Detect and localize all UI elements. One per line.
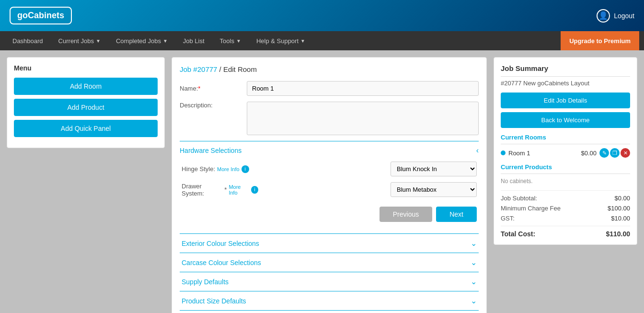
gst-label: GST: xyxy=(501,215,515,222)
header: goCabinets 👤 Logout xyxy=(0,0,644,31)
logout-label: Logout xyxy=(614,12,634,20)
carcase-chevron-icon: ⌄ xyxy=(471,258,477,267)
hardware-section: Hardware Selections ‹ Hinge Style: More … xyxy=(180,141,479,233)
nav-completed-jobs[interactable]: Completed Jobs ▼ xyxy=(108,31,175,50)
total-label: Total Cost: xyxy=(501,230,535,238)
hinge-label: Hinge Style: More Info i xyxy=(182,165,258,173)
total-value: $110.00 xyxy=(606,230,630,238)
breadcrumb-job[interactable]: Job #20777 xyxy=(180,65,217,73)
no-cabinets-label: No cabinets. xyxy=(501,178,630,185)
carcase-colour-section[interactable]: Carcase Colour Selections ⌄ xyxy=(180,253,479,272)
subtotal-row: Job Subtotal: $0.00 xyxy=(501,195,630,202)
product-size-title: Product Size Defaults xyxy=(182,297,246,305)
room-copy-button[interactable]: ❐ xyxy=(610,148,620,158)
room-edit-button[interactable]: ✎ xyxy=(599,148,609,158)
drawer-select[interactable]: Blum Metabox xyxy=(391,182,477,197)
panel-title: Job #20777 / Edit Room xyxy=(180,65,479,73)
previous-button[interactable]: Previous xyxy=(380,207,432,222)
current-rooms-title: Current Rooms xyxy=(501,134,630,144)
nav-buttons-row: Previous Next xyxy=(180,203,479,229)
description-input[interactable] xyxy=(247,102,479,135)
user-icon: 👤 xyxy=(597,9,610,23)
navbar: Dashboard Current Jobs ▼ Completed Jobs … xyxy=(0,31,644,50)
breadcrumb-page: Edit Room xyxy=(223,65,257,73)
nav-completed-jobs-label: Completed Jobs xyxy=(116,37,161,45)
chevron-down-icon: ▼ xyxy=(163,38,168,44)
room-delete-button[interactable]: ✕ xyxy=(621,148,630,158)
upgrade-button[interactable]: Upgrade to Premium xyxy=(561,31,639,50)
min-charge-row: Minimum Charge Fee $100.00 xyxy=(501,205,630,212)
breadcrumb-sep: / xyxy=(217,65,223,73)
add-room-button[interactable]: Add Room xyxy=(14,78,158,95)
right-panel: Job Summary #20777 New goCabinets Layout… xyxy=(494,57,637,245)
description-label: Description: xyxy=(180,102,247,109)
description-row: Description: xyxy=(180,102,479,135)
add-quick-panel-button[interactable]: Add Quick Panel xyxy=(14,120,158,137)
drawer-label: Drawer System:* More Info i xyxy=(182,183,258,197)
hinge-info-icon[interactable]: i xyxy=(242,165,249,173)
hardware-chevron-icon[interactable]: ‹ xyxy=(476,146,479,155)
min-charge-label: Minimum Charge Fee xyxy=(501,205,561,212)
nav-tools-label: Tools xyxy=(220,37,234,45)
sidebar: Menu Add Room Add Product Add Quick Pane… xyxy=(7,57,165,148)
job-summary-title: Job Summary xyxy=(501,64,630,77)
room-row: Room 1 $0.00 ✎ ❐ ✕ xyxy=(501,148,630,158)
next-button[interactable]: Next xyxy=(436,207,477,222)
exterior-colour-title: Exterior Colour Selections xyxy=(182,240,259,247)
chevron-down-icon: ▼ xyxy=(236,38,241,44)
edit-job-details-button[interactable]: Edit Job Details xyxy=(501,93,630,108)
logout-button[interactable]: 👤 Logout xyxy=(597,9,634,23)
job-subtitle: #20777 New goCabinets Layout xyxy=(501,80,630,87)
add-product-button[interactable]: Add Product xyxy=(14,99,158,116)
gst-row: GST: $10.00 xyxy=(501,215,630,222)
nav-dashboard-label: Dashboard xyxy=(12,37,43,45)
hinge-more-info-link[interactable]: More Info xyxy=(217,166,239,172)
hinge-select-wrap: Blum Knock In xyxy=(391,162,477,176)
drawer-info-icon[interactable]: i xyxy=(251,186,258,194)
room-actions: ✎ ❐ ✕ xyxy=(599,148,630,158)
gst-value: $10.00 xyxy=(611,215,630,222)
room-price: $0.00 xyxy=(581,150,597,157)
total-row: Total Cost: $110.00 xyxy=(501,230,630,238)
name-label: Name:* xyxy=(180,85,247,92)
drawer-more-info-link[interactable]: More Info xyxy=(229,184,249,196)
sidebar-title: Menu xyxy=(14,64,158,72)
exterior-colour-section[interactable]: Exterior Colour Selections ⌄ xyxy=(180,233,479,253)
supply-defaults-title: Supply Defaults xyxy=(182,278,229,286)
nav-current-jobs-label: Current Jobs xyxy=(58,37,94,45)
nav-dashboard[interactable]: Dashboard xyxy=(5,31,51,50)
nav-help-support-label: Help & Support xyxy=(256,37,299,45)
logo: goCabinets xyxy=(10,7,72,24)
current-products-title: Current Products xyxy=(501,163,630,174)
exterior-chevron-icon: ⌄ xyxy=(471,239,477,248)
hinge-row: Hinge Style: More Info i Blum Knock In xyxy=(180,162,479,176)
subtotal-value: $0.00 xyxy=(614,195,630,202)
name-row: Name:* xyxy=(180,81,479,96)
center-panel: Job #20777 / Edit Room Name:* Descriptio… xyxy=(172,57,487,313)
room-dot-icon xyxy=(501,151,506,155)
carcase-colour-title: Carcase Colour Selections xyxy=(182,259,261,267)
main-content: Menu Add Room Add Product Add Quick Pane… xyxy=(0,50,644,313)
nav-job-list[interactable]: Job List xyxy=(175,31,212,50)
product-size-chevron-icon: ⌄ xyxy=(471,296,477,305)
chevron-down-icon: ▼ xyxy=(96,38,101,44)
chevron-down-icon: ▼ xyxy=(300,38,305,44)
min-charge-value: $100.00 xyxy=(608,205,630,212)
room-name: Room 1 xyxy=(508,150,578,157)
drawer-row: Drawer System:* More Info i Blum Metabox xyxy=(180,182,479,197)
nav-current-jobs[interactable]: Current Jobs ▼ xyxy=(51,31,108,50)
supply-chevron-icon: ⌄ xyxy=(471,277,477,286)
back-to-welcome-button[interactable]: Back to Welcome xyxy=(501,112,630,128)
gap-size-section[interactable]: Gap Size Defaults ⌄ xyxy=(180,310,479,313)
name-input[interactable] xyxy=(247,81,479,96)
hardware-title: Hardware Selections ‹ xyxy=(180,146,479,155)
product-size-section[interactable]: Product Size Defaults ⌄ xyxy=(180,291,479,310)
drawer-select-wrap: Blum Metabox xyxy=(391,182,477,197)
nav-help-support[interactable]: Help & Support ▼ xyxy=(249,31,313,50)
supply-defaults-section[interactable]: Supply Defaults ⌄ xyxy=(180,272,479,291)
subtotal-label: Job Subtotal: xyxy=(501,195,537,202)
nav-tools[interactable]: Tools ▼ xyxy=(212,31,249,50)
nav-job-list-label: Job List xyxy=(183,37,205,45)
hinge-select[interactable]: Blum Knock In xyxy=(391,162,477,176)
